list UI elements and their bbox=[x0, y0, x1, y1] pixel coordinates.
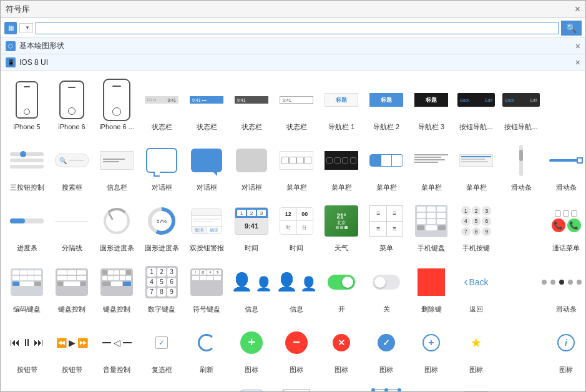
list-item[interactable]: 标题 导航栏 3 bbox=[410, 76, 452, 134]
list-item[interactable]: 进度条 bbox=[6, 197, 48, 255]
text-wireframe-icon: Text here bbox=[328, 390, 355, 391]
item-label: 编码键盘 bbox=[7, 305, 47, 313]
list-item[interactable]: 🔍 搜索框 bbox=[51, 136, 93, 194]
list-item[interactable]: 开 bbox=[320, 258, 363, 316]
list-item[interactable]: 键盘控制 bbox=[51, 258, 93, 316]
list-item[interactable]: ‹ Back 返回 bbox=[455, 258, 497, 316]
list-item[interactable]: 文本选择框 bbox=[365, 379, 408, 391]
list-item[interactable]: 方块 bbox=[275, 379, 318, 391]
section-close-ios8[interactable]: × bbox=[575, 57, 580, 67]
list-item[interactable]: 取消 确定 双按钮警报 bbox=[185, 197, 228, 255]
list-item[interactable]: 圆形进度条 bbox=[95, 197, 138, 255]
item-label: 滑动条 bbox=[501, 184, 541, 192]
section-close-basic[interactable]: × bbox=[575, 41, 580, 51]
list-item[interactable]: 1 2 3 4 5 6 7 8 9 手机按键 bbox=[455, 197, 497, 255]
list-item[interactable]: 刷新 bbox=[185, 318, 228, 376]
search-input[interactable] bbox=[36, 22, 559, 34]
list-item[interactable]: 滑动条 bbox=[545, 258, 585, 316]
icon-add: + bbox=[422, 334, 440, 351]
list-item[interactable]: 信息栏 bbox=[95, 136, 138, 194]
list-item[interactable]: ◁ 音量控制 bbox=[95, 318, 138, 376]
list-item[interactable]: Text here 文本 bbox=[320, 379, 363, 391]
list-item[interactable]: 键盘控制 bbox=[95, 258, 138, 316]
list-item bbox=[500, 258, 542, 316]
list-item[interactable]: 1 2 3 4 5 6 7 8 9 数字键盘 bbox=[140, 258, 183, 316]
list-item[interactable]: 警报 bbox=[455, 379, 497, 391]
list-item[interactable]: 9:41 状态栏 bbox=[140, 76, 183, 134]
list-item[interactable]: Back Edit 按钮导航... bbox=[455, 76, 497, 134]
list-item[interactable]: 手机键盘 bbox=[410, 197, 452, 255]
list-item[interactable]: 对话框 bbox=[140, 136, 183, 194]
list-item[interactable]: 👤 👤 信息 bbox=[275, 258, 318, 316]
list-item[interactable]: 📞 📞 通话菜单 bbox=[545, 197, 585, 255]
list-item[interactable]: 选择框 bbox=[410, 379, 452, 391]
list-item[interactable]: ! @ # $ 符号键盘 bbox=[185, 258, 228, 316]
list-item[interactable]: ☰ ☰ ☰ ☰ 菜单 bbox=[365, 197, 408, 255]
list-item[interactable]: iPhone 5 bbox=[6, 76, 48, 134]
list-item[interactable]: 1 2 3 9:41 时间 bbox=[230, 197, 273, 255]
list-item[interactable]: i 图标 bbox=[545, 318, 585, 376]
list-item[interactable]: 菜单栏 bbox=[410, 136, 452, 194]
list-item[interactable]: 12 00 时 分 时间 bbox=[275, 197, 318, 255]
list-item[interactable]: Back Edit 按钮导航... bbox=[500, 76, 542, 134]
list-item[interactable]: 57% 圆形进度条 bbox=[140, 197, 183, 255]
item-label: 双按钮警报 bbox=[187, 244, 227, 252]
symbol-content: iPhone 5 iPhone 6 iPhone 6 ... bbox=[1, 71, 585, 391]
list-item[interactable]: 对话框 bbox=[185, 136, 228, 194]
item-label: 图标 bbox=[456, 366, 496, 374]
section-basic-shapes: ⬡ 基本绘图形状 × bbox=[1, 38, 585, 54]
list-item[interactable]: 9:41 状态栏 bbox=[230, 76, 273, 134]
list-item[interactable]: 菜单栏 bbox=[365, 136, 408, 194]
iphone6p-icon bbox=[103, 79, 130, 121]
list-item[interactable]: ✕ 图标 bbox=[320, 318, 363, 376]
list-item[interactable]: 关 bbox=[365, 258, 408, 316]
list-item[interactable]: 标题 导航栏 2 bbox=[365, 76, 408, 134]
list-item[interactable]: ⏮ ⏸ ⏭ 按钮带 bbox=[6, 318, 48, 376]
list-item[interactable]: 👤 👤 信息 bbox=[230, 258, 273, 316]
item-label: 状态栏 bbox=[276, 123, 316, 131]
title-bar: 符号库 × bbox=[1, 1, 585, 18]
item-label: 信息 bbox=[276, 305, 316, 313]
list-item[interactable]: + 图标 bbox=[230, 318, 273, 376]
item-label: 键盘控制 bbox=[52, 305, 92, 313]
list-item[interactable]: − 图标 bbox=[275, 318, 318, 376]
toolbar-dropdown[interactable] bbox=[19, 23, 33, 32]
item-label: 时间 bbox=[276, 244, 316, 252]
list-item[interactable]: 标题 导航栏 1 bbox=[320, 76, 363, 134]
list-item[interactable]: 9:41 状态栏 bbox=[275, 76, 318, 134]
list-item[interactable]: + 图标 bbox=[410, 318, 452, 376]
list-item bbox=[545, 76, 585, 134]
list-item[interactable]: iPhone 6 bbox=[51, 76, 93, 134]
list-item[interactable]: ⏪ ▶ ⏩ 按钮带 bbox=[51, 318, 93, 376]
list-item[interactable]: 应用图标 bbox=[230, 379, 273, 391]
list-item[interactable]: < > 图标 bbox=[6, 379, 48, 391]
list-item[interactable]: 9:41 ▪▪▪ 状态栏 bbox=[185, 76, 228, 134]
list-item[interactable]: 删除键 bbox=[410, 258, 452, 316]
list-item[interactable]: ★ 图标 bbox=[455, 318, 497, 376]
list-item[interactable]: ✓ 图标 bbox=[365, 318, 408, 376]
list-item[interactable]: 对话框 bbox=[230, 136, 273, 194]
list-item[interactable]: ⬆ 📤 ↑ ⤴ 图标 bbox=[140, 379, 183, 391]
item-label: 手机按键 bbox=[456, 244, 496, 252]
list-item[interactable]: 21° 北京 天气 bbox=[320, 197, 363, 255]
list-item[interactable]: 菜单栏 bbox=[320, 136, 363, 194]
item-label: 分隔线 bbox=[52, 244, 92, 252]
list-item[interactable]: iPhone 6 ... bbox=[95, 76, 138, 134]
list-item[interactable]: ➤ 图标 bbox=[95, 379, 138, 391]
list-item[interactable]: ✓ 复选框 bbox=[140, 318, 183, 376]
list-item[interactable]: 三按钮控制 bbox=[6, 136, 48, 194]
close-window-button[interactable]: × bbox=[575, 4, 580, 15]
list-item[interactable]: 菜单栏 bbox=[275, 136, 318, 194]
search-button[interactable]: 🔍 bbox=[561, 21, 582, 36]
item-label: 滑动条 bbox=[546, 305, 585, 313]
list-item[interactable]: ⌃⌄ 图标 bbox=[51, 379, 93, 391]
item-label: 菜单栏 bbox=[411, 184, 451, 192]
list-item[interactable]: 分隔线 bbox=[51, 197, 93, 255]
item-label: 图标 bbox=[546, 366, 585, 374]
item-label: 状态栏 bbox=[232, 123, 271, 131]
list-item[interactable]: 滑动条 bbox=[545, 136, 585, 194]
list-item[interactable]: 菜单栏 bbox=[455, 136, 497, 194]
item-label: 图标 bbox=[232, 366, 271, 374]
list-item[interactable]: 编码键盘 bbox=[6, 258, 48, 316]
list-item[interactable]: 滑动条 bbox=[500, 136, 542, 194]
